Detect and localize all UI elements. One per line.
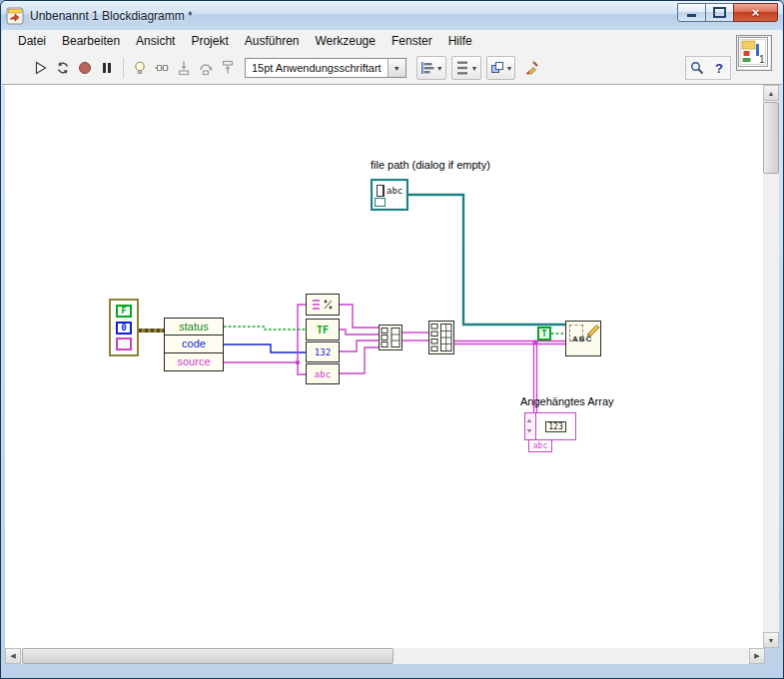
step-out-button[interactable] [217, 57, 239, 79]
toolbar-separator [123, 58, 124, 78]
maximize-button[interactable] [705, 3, 734, 22]
pencil-icon [584, 324, 600, 340]
abort-button[interactable] [74, 57, 96, 79]
unbundle-by-name-node[interactable]: status code source [164, 318, 224, 371]
step-over-icon [198, 60, 214, 76]
menu-datei[interactable]: Datei [10, 31, 54, 51]
horizontal-scroll-thumb[interactable] [22, 648, 393, 664]
build-array-node-b[interactable] [428, 321, 454, 354]
labview-window: Unbenannt 1 Blockdiagramm * × Datei Bear… [0, 0, 784, 679]
highlight-execution-button[interactable] [129, 57, 151, 79]
retain-wire-values-icon [154, 60, 170, 76]
unbundle-field-status[interactable]: status [165, 319, 223, 336]
scroll-down-button[interactable]: ▼ [763, 632, 779, 648]
step-over-button[interactable] [195, 57, 217, 79]
source-string-wire[interactable] [224, 362, 306, 374]
svg-text:1: 1 [759, 54, 765, 65]
horizontal-scrollbar[interactable]: ◀ ▶ [5, 648, 765, 664]
boolean-to-string-node[interactable]: TF [306, 319, 340, 340]
true-boolean-constant[interactable]: T [537, 327, 551, 340]
unbundle-field-code[interactable]: code [165, 336, 223, 352]
vi-default-icon: 1 [737, 36, 769, 68]
converter1-output-wire[interactable] [340, 305, 379, 328]
empty-string-constant[interactable] [116, 338, 132, 350]
context-help-button[interactable]: ? [708, 57, 730, 79]
vertical-scrollbar[interactable]: ▲ ▼ [763, 85, 779, 648]
run-continuously-button[interactable] [52, 57, 74, 79]
menu-hilfe[interactable]: Hilfe [440, 31, 480, 51]
pause-button[interactable] [96, 57, 118, 79]
distribute-objects-dropdown[interactable]: ▼ [451, 56, 481, 80]
file-path-label[interactable]: file path (dialog if empty) [371, 159, 490, 171]
scroll-left-button[interactable]: ◀ [5, 648, 21, 664]
wire-junction-dot [296, 360, 300, 364]
menu-projekt[interactable]: Projekt [183, 31, 236, 51]
array-element-glyph: 123 [545, 421, 565, 432]
titlebar[interactable]: Unbenannt 1 Blockdiagramm * × [1, 1, 783, 31]
write-text-node[interactable]: ABC [565, 321, 601, 356]
reorder-icon [489, 60, 505, 76]
numeric-zero-constant[interactable]: 0 [116, 322, 132, 335]
code-numeric-wire[interactable] [224, 344, 306, 352]
lightbulb-icon [132, 60, 148, 76]
font-selector-value: 15pt Anwendungsschriftart [246, 62, 388, 74]
menu-ansicht[interactable]: Ansicht [128, 31, 183, 51]
build-array-icon [380, 326, 401, 349]
unbundle-field-source[interactable]: source [165, 353, 223, 370]
font-selector[interactable]: 15pt Anwendungsschriftart ▼ [245, 58, 406, 78]
abort-icon [77, 60, 93, 76]
close-button[interactable]: × [733, 3, 778, 22]
numeric-glyph: 132 [315, 347, 331, 357]
step-into-button[interactable] [173, 57, 195, 79]
string-node[interactable]: abc [306, 363, 340, 384]
window-controls: × [678, 3, 778, 22]
close-icon: × [752, 6, 760, 19]
file-path-wire[interactable] [408, 195, 565, 325]
run-button[interactable] [30, 57, 52, 79]
appended-array-indicator[interactable]: 123 [524, 412, 576, 440]
menu-bearbeiten[interactable]: Bearbeiten [54, 31, 128, 51]
menu-werkzeuge[interactable]: Werkzeuge [307, 31, 383, 51]
array-index-arrows-icon [525, 413, 533, 439]
cleanup-diagram-button[interactable] [520, 57, 542, 79]
minimize-button[interactable] [677, 3, 706, 22]
vi-icon[interactable]: 1 [736, 35, 772, 71]
scroll-right-button[interactable]: ▶ [749, 648, 765, 664]
maximize-icon [713, 7, 726, 18]
reorder-dropdown[interactable]: ▼ [486, 56, 516, 80]
format-string-node[interactable] [306, 294, 340, 316]
array-index-strip [525, 413, 536, 439]
search-button[interactable] [686, 57, 708, 79]
error-cluster-constant[interactable]: F 0 [109, 299, 139, 356]
block-diagram-canvas[interactable]: file path (dialog if empty) Angehängtes … [5, 85, 765, 648]
array-string-subicon: abc [528, 439, 552, 452]
converter3-output-wire[interactable] [340, 340, 379, 351]
vertical-scroll-thumb[interactable] [763, 102, 779, 174]
array-element: 123 [536, 413, 575, 439]
menu-fenster[interactable]: Fenster [384, 31, 440, 51]
run-arrow-icon [33, 60, 49, 76]
status-boolean-wire[interactable] [224, 327, 306, 330]
boolean-false-constant[interactable]: F [116, 305, 132, 318]
tf-glyph: TF [317, 325, 329, 336]
build-array-node-a[interactable] [379, 325, 402, 350]
menubar: Datei Bearbeiten Ansicht Projekt Ausführ… [2, 30, 782, 53]
path-abc-glyph: abc [387, 186, 402, 196]
appended-array-label[interactable]: Angehängtes Array [520, 395, 614, 407]
font-selector-dropdown-icon[interactable]: ▼ [388, 59, 405, 77]
question-mark-icon: ? [715, 61, 723, 76]
path-glyph-icon [377, 185, 385, 197]
distribute-objects-icon [454, 60, 470, 76]
menu-ausfuehren[interactable]: Ausführen [237, 31, 308, 51]
source-branch-wire[interactable] [298, 305, 306, 362]
chevron-down-icon: ▼ [471, 65, 478, 72]
number-to-string-node[interactable]: 132 [306, 341, 340, 362]
file-path-control-terminal[interactable]: abc [371, 179, 408, 211]
step-out-icon [220, 60, 236, 76]
align-objects-dropdown[interactable]: ▼ [416, 56, 446, 80]
converter2-output-wire[interactable] [340, 330, 379, 335]
pause-icon [99, 60, 115, 76]
retain-wire-values-button[interactable] [151, 57, 173, 79]
format-string-icon [308, 296, 338, 314]
scroll-up-button[interactable]: ▲ [763, 85, 779, 101]
